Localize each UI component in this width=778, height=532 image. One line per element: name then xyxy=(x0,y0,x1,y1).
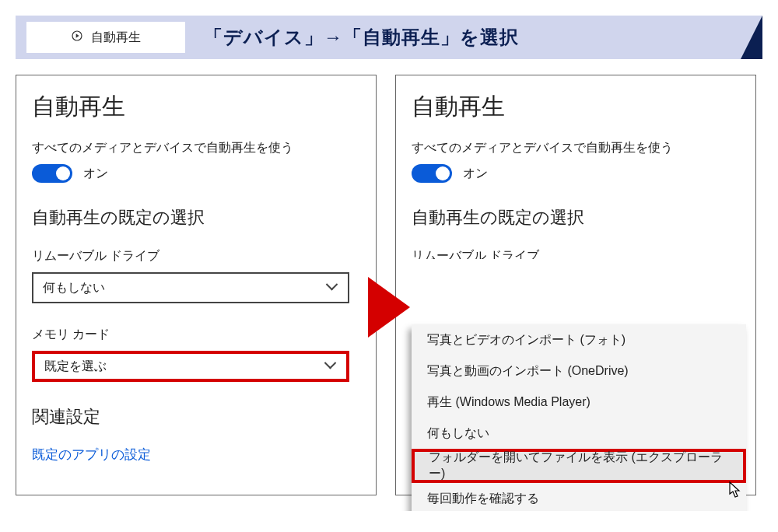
removable-drive-label: リムーバブル ドライブ xyxy=(412,248,740,259)
toggle-state-label: オン xyxy=(463,166,488,182)
removable-drive-value: 何もしない xyxy=(43,280,105,296)
settings-panel-left: 自動再生 すべてのメディアとデバイスで自動再生を使う オン 自動再生の既定の選択… xyxy=(16,75,377,495)
autoplay-nav-button: 自動再生 xyxy=(26,22,185,53)
banner-corner-decoration xyxy=(741,16,762,59)
default-apps-link[interactable]: 既定のアプリの設定 xyxy=(32,447,151,462)
memorycard-select[interactable]: 既定を選ぶ xyxy=(32,351,349,382)
use-autoplay-label: すべてのメディアとデバイスで自動再生を使う xyxy=(32,140,360,156)
svg-marker-1 xyxy=(368,277,410,338)
dropdown-option-open-folder[interactable]: フォルダーを開いてファイルを表示 (エクスプローラー) xyxy=(412,449,746,483)
related-settings-title: 関連設定 xyxy=(32,405,360,429)
dropdown-option-import-photos[interactable]: 写真とビデオのインポート (フォト) xyxy=(412,324,746,355)
dropdown-option-do-nothing[interactable]: 何もしない xyxy=(412,418,746,449)
toggle-knob xyxy=(436,166,450,180)
instruction-heading: 「デバイス」→「自動再生」を選択 xyxy=(204,25,519,50)
memorycard-value: 既定を選ぶ xyxy=(44,359,107,375)
dropdown-option-play-wmp[interactable]: 再生 (Windows Media Player) xyxy=(412,387,746,418)
dropdown-option-import-onedrive[interactable]: 写真と動画のインポート (OneDrive) xyxy=(412,355,746,387)
chevron-down-icon xyxy=(326,361,337,372)
autoplay-nav-label: 自動再生 xyxy=(91,30,141,46)
autoplay-toggle[interactable] xyxy=(32,164,72,183)
defaults-section-title: 自動再生の既定の選択 xyxy=(412,206,740,229)
defaults-section-title: 自動再生の既定の選択 xyxy=(32,206,360,229)
removable-drive-dropdown[interactable]: 写真とビデオのインポート (フォト) 写真と動画のインポート (OneDrive… xyxy=(412,324,746,511)
instruction-banner: 自動再生 「デバイス」→「自動再生」を選択 xyxy=(16,16,762,59)
arrow-icon xyxy=(368,277,410,341)
dropdown-option-ask-every-time[interactable]: 毎回動作を確認する xyxy=(412,483,746,511)
page-title: 自動再生 xyxy=(32,91,360,123)
chevron-down-icon xyxy=(328,282,338,293)
autoplay-icon xyxy=(71,30,83,45)
page-title: 自動再生 xyxy=(412,91,740,123)
use-autoplay-label: すべてのメディアとデバイスで自動再生を使う xyxy=(412,140,740,156)
toggle-state-label: オン xyxy=(83,166,108,182)
removable-drive-select[interactable]: 何もしない xyxy=(32,272,349,303)
removable-drive-label: リムーバブル ドライブ xyxy=(32,248,360,264)
toggle-knob xyxy=(56,166,70,180)
settings-panel-right: 自動再生 すべてのメディアとデバイスで自動再生を使う オン 自動再生の既定の選択… xyxy=(395,75,756,495)
autoplay-toggle[interactable] xyxy=(412,164,452,183)
memorycard-label: メモリ カード xyxy=(32,327,360,343)
